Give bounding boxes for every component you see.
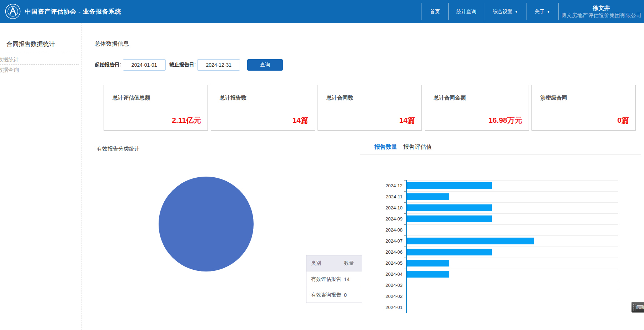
- end-date-input[interactable]: [197, 59, 240, 71]
- bar-row: 2024-10: [379, 202, 640, 213]
- gridline: [406, 247, 618, 247]
- nav-item-stats-query[interactable]: 统计查询: [448, 3, 484, 20]
- sidebar-item-data-query[interactable]: 数据查询: [0, 64, 79, 75]
- gridline: [406, 213, 618, 214]
- bar-row: 2024-06: [379, 247, 640, 258]
- end-date-label: 截止报告日:: [169, 62, 196, 68]
- drag-handle-dots-icon: [633, 304, 635, 311]
- sidebar-title: 合同报告数据统计: [0, 23, 81, 48]
- bar: [407, 204, 492, 211]
- legend-row-valid-consulting: 有效咨询报告 0: [306, 287, 362, 303]
- nav-item-home[interactable]: 首页: [421, 3, 448, 20]
- tab-report-count[interactable]: 报告数量: [374, 143, 397, 154]
- stat-value: 16.98万元: [488, 115, 522, 125]
- stat-value: 14篇: [293, 115, 308, 125]
- bar: [407, 260, 449, 266]
- ime-toolbar[interactable]: ⌨: [631, 302, 644, 313]
- bar-row: 2024-01: [379, 302, 640, 313]
- bar-chart-bottom-gridline: [406, 313, 618, 313]
- gridline: [406, 180, 618, 181]
- bar-row: 2024-03: [379, 280, 640, 291]
- app-title: 中国资产评估协会 - 业务报备系统: [25, 0, 121, 23]
- bar-row-label: 2024-02: [379, 291, 403, 302]
- pie-chart-title: 有效报告分类统计: [97, 146, 140, 152]
- nav-item-settings[interactable]: 综合设置 ▼: [484, 3, 526, 20]
- stat-card-total-contract-amount: 总计合同金额 16.98万元: [425, 85, 529, 131]
- bar-row: 2024-07: [379, 235, 640, 247]
- start-date-label: 起始报告日:: [95, 62, 121, 68]
- gridline: [406, 258, 618, 258]
- sidebar-list: 数据统计 数据查询: [0, 54, 81, 75]
- nav-item-about[interactable]: 关于 ▼: [526, 3, 558, 20]
- bar-row-label: 2024-11: [379, 191, 403, 202]
- bar-row: 2024-11: [379, 191, 640, 202]
- stat-value: 14篇: [399, 115, 415, 125]
- bar: [407, 193, 449, 200]
- bar-row: 2024-08: [379, 224, 640, 235]
- stat-card-classified-contracts: 涉密级合同 0篇: [531, 85, 636, 131]
- bar-row-label: 2024-05: [379, 258, 403, 269]
- bar-row-label: 2024-10: [379, 202, 403, 213]
- bar-row: 2024-12: [379, 180, 640, 191]
- stat-value: 2.11亿元: [172, 115, 201, 125]
- gridline: [406, 191, 618, 192]
- gridline: [406, 224, 618, 225]
- bar-row-label: 2024-03: [379, 280, 403, 291]
- chart-tabs: 报告数量 报告评估值: [374, 143, 438, 154]
- bar-row-label: 2024-04: [379, 269, 403, 280]
- association-logo-icon: [5, 4, 21, 19]
- bar-row-label: 2024-07: [379, 235, 403, 247]
- bar-row-label: 2024-09: [379, 213, 403, 224]
- bar-row-label: 2024-06: [379, 247, 403, 258]
- bar-row-label: 2024-08: [379, 224, 403, 235]
- header-bar: 中国资产评估协会 - 业务报备系统 首页 统计查询 综合设置 ▼ 关于 ▼ 徐文…: [0, 0, 644, 23]
- bar: [407, 238, 534, 244]
- page-title: 总体数据信息: [95, 40, 129, 48]
- stat-value: 0篇: [617, 115, 629, 125]
- main-nav: 首页 统计查询 综合设置 ▼ 关于 ▼ 徐文井 博文房地产评估造价集团有限公司: [421, 0, 644, 23]
- bar-row: 2024-05: [379, 258, 640, 269]
- chevron-down-icon: ▼: [547, 10, 550, 14]
- gridline: [406, 280, 618, 280]
- bar-chart: 2024-12 2024-11 2024-10 2024-09 2024-08 …: [379, 180, 640, 313]
- gridline: [406, 269, 618, 269]
- bar-row: 2024-04: [379, 269, 640, 280]
- pie-chart-slice: [159, 177, 254, 271]
- bar: [407, 182, 492, 189]
- tab-report-value[interactable]: 报告评估值: [403, 143, 432, 154]
- gridline: [406, 235, 618, 236]
- query-row: 起始报告日: 截止报告日: 查询: [95, 59, 283, 71]
- gridline: [406, 202, 618, 203]
- bar-row: 2024-09: [379, 213, 640, 224]
- gridline: [406, 291, 618, 291]
- chevron-down-icon: ▼: [515, 10, 518, 14]
- legend-row-valid-appraisal: 有效评估报告 14: [306, 271, 362, 287]
- bar: [407, 249, 492, 255]
- start-date-input[interactable]: [123, 59, 166, 71]
- stat-card-total-reports: 总计报告数 14篇: [211, 85, 315, 131]
- sidebar: 合同报告数据统计 数据统计 数据查询: [0, 23, 81, 330]
- bar: [407, 215, 492, 222]
- bar: [407, 271, 449, 278]
- query-button[interactable]: 查询: [247, 59, 283, 71]
- keyboard-icon: ⌨: [636, 305, 644, 310]
- bar-row: 2024-02: [379, 291, 640, 302]
- tabs-divider: [360, 154, 641, 154]
- bar-row-label: 2024-01: [379, 302, 403, 313]
- user-company: 博文房地产评估造价集团有限公司: [561, 12, 641, 19]
- bar-chart-y-axis: [406, 180, 407, 313]
- stat-card-total-contracts: 总计合同数 14篇: [318, 85, 422, 131]
- user-name: 徐文井: [593, 5, 610, 12]
- user-menu[interactable]: 徐文井 博文房地产评估造价集团有限公司: [558, 3, 644, 20]
- bar-chart-rows: 2024-12 2024-11 2024-10 2024-09 2024-08 …: [379, 180, 640, 313]
- legend-header-row: 类别 数量: [306, 255, 362, 271]
- sidebar-item-data-stats[interactable]: 数据统计: [0, 54, 79, 64]
- bar-row-label: 2024-12: [379, 180, 403, 191]
- pie-legend-table: 类别 数量 有效评估报告 14 有效咨询报告 0: [306, 255, 362, 303]
- gridline: [406, 302, 618, 302]
- stat-card-total-appraised-value: 总计评估值总额 2.11亿元: [104, 85, 208, 131]
